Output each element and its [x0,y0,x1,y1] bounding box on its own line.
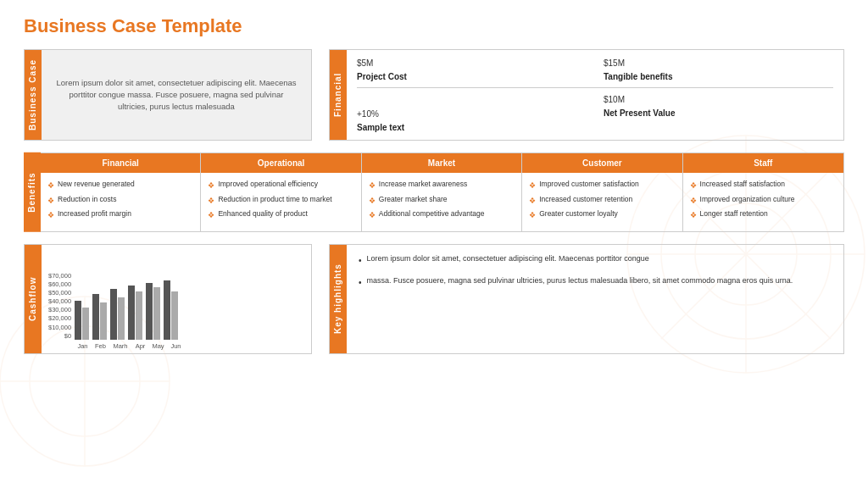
benefit-header-staff: Staff [683,153,843,173]
cashflow-box: Cashflow $70,000 $60,000 $50,000 $40,000… [24,244,312,354]
diamond-icon: ❖ [208,210,214,221]
x-label-mar: Marh [111,342,130,350]
benefit-body-staff: ❖ Increased staff satisfaction ❖ Improve… [683,173,843,231]
benefit-item: ❖ Increased profit margin [47,209,193,221]
benefit-item: ❖ Additional competitive advantage [369,209,515,221]
fin-val-10pct: +10% [357,108,587,120]
diamond-icon: ❖ [529,210,536,221]
business-case-label: Business Case [25,50,42,140]
benefit-header-financial: Financial [41,153,200,173]
bar-dark [110,289,117,340]
diamond-icon: ❖ [208,196,214,207]
top-section: Business Case Lorem ipsum dolor sit amet… [24,49,844,141]
benefit-item: ❖ Increased customer retention [529,195,675,207]
benefit-item: ❖ Improved organization culture [690,195,837,207]
bar-dark [75,301,81,340]
bar-light [136,291,142,340]
bar-group-jun [164,280,178,340]
benefit-col-customer: Customer ❖ Improved customer satisfactio… [522,153,682,231]
bar-light [171,291,178,340]
x-label-jun: Jun [169,342,183,350]
benefit-item: ❖ Increase market awareness [369,180,515,191]
fin-val-10m: $10M [604,93,833,106]
x-label-jan: Jan [75,342,90,350]
fin-val-5m: $5M [357,57,587,69]
benefit-header-operational: Operational [201,153,360,173]
benefit-item: ❖ Improved operational efficiency [208,180,353,191]
diamond-icon: ❖ [208,180,214,191]
benefits-grid: Financial ❖ New revenue generated ❖ Redu… [41,152,844,232]
diamond-icon: ❖ [47,210,54,221]
bottom-section: Cashflow $70,000 $60,000 $50,000 $40,000… [24,244,844,354]
business-case-text: Lorem ipsum dolor sit amet, consectetuer… [42,50,311,140]
y-axis: $70,000 $60,000 $50,000 $40,000 $30,000 … [48,272,75,340]
diamond-icon: ❖ [529,196,536,207]
benefit-item: ❖ Increased staff satisfaction [690,180,837,191]
bar-group-may [146,283,160,340]
bar-group-jan [75,301,89,340]
benefits-label: Benefits [24,152,41,232]
bar-dark [164,280,170,340]
bar-group-mar [110,289,125,340]
benefit-item: ❖ Reduction in costs [47,195,193,207]
bar-light [118,297,125,340]
benefit-item: ❖ New revenue generated [47,180,193,191]
kh-item-1: • Lorem ipsum dolor sit amet, consectetu… [359,253,832,267]
benefit-col-financial: Financial ❖ New revenue generated ❖ Redu… [41,153,201,231]
diamond-icon: ❖ [690,210,697,221]
benefit-col-operational: Operational ❖ Improved operational effic… [201,153,361,231]
benefit-header-market: Market [362,153,521,173]
diamond-icon: ❖ [369,210,376,221]
fin-divider [357,87,833,88]
key-highlights-box: Key highlights • Lorem ipsum dolor sit a… [329,244,844,354]
diamond-icon: ❖ [369,196,376,207]
benefits-section: Benefits Financial ❖ New revenue generat… [24,152,844,232]
key-highlights-content: • Lorem ipsum dolor sit amet, consectetu… [347,245,843,353]
chart-area: $70,000 $60,000 $50,000 $40,000 $30,000 … [42,245,311,353]
benefit-item: ❖ Enhanced quality of product [208,209,353,221]
bar-light [153,287,160,340]
chart-wrapper: $70,000 $60,000 $50,000 $40,000 $30,000 … [48,252,304,340]
benefit-body-market: ❖ Increase market awareness ❖ Greater ma… [362,173,521,231]
fin-val-15m: $15M [604,57,833,69]
diamond-icon: ❖ [369,180,376,191]
benefit-body-customer: ❖ Improved customer satisfaction ❖ Incre… [522,173,682,231]
fin-label-project-cost: Project Cost [357,71,587,82]
benefit-item: ❖ Improved customer satisfaction [529,180,675,191]
benefit-header-customer: Customer [522,153,682,173]
fin-label-sample: Sample text [357,122,587,133]
benefit-item: ❖ Greater market share [369,195,515,207]
bar-dark [92,294,99,340]
benefit-col-market: Market ❖ Increase market awareness ❖ Gre… [362,153,522,231]
benefit-body-financial: ❖ New revenue generated ❖ Reduction in c… [41,173,200,231]
bar-group-feb [92,294,107,340]
x-label-feb: Feb [93,342,108,350]
financial-label: Financial [330,50,347,140]
page-title: Business Case Template [24,15,844,37]
diamond-icon: ❖ [529,180,536,191]
diamond-icon: ❖ [690,196,697,207]
bars-container [75,272,304,340]
bar-light [82,308,89,340]
business-case-box: Business Case Lorem ipsum dolor sit amet… [24,49,312,141]
diamond-icon: ❖ [690,180,697,191]
financial-box: Financial $5M $15M Project Cost Tangible… [329,49,844,141]
benefit-item: ❖ Longer staff retention [690,209,837,221]
benefit-item: ❖ Greater customer loyalty [529,209,675,221]
x-labels: Jan Feb Marh Apr May Jun [48,342,304,350]
benefit-col-staff: Staff ❖ Increased staff satisfaction ❖ I… [683,153,843,231]
diamond-icon: ❖ [47,180,54,191]
key-highlights-label: Key highlights [330,245,347,353]
x-label-apr: Apr [133,342,147,350]
x-label-may: May [151,342,165,350]
bullet-icon: • [359,276,362,289]
kh-item-2: • massa. Fusce posuere, magna sed pulvin… [359,275,832,289]
bullet-icon: • [359,254,362,267]
bar-dark [146,283,153,340]
fin-label-npv: Net Present Value [604,108,833,120]
fin-label-tangible: Tangible benefits [604,71,833,82]
diamond-icon: ❖ [47,196,54,207]
benefit-body-operational: ❖ Improved operational efficiency ❖ Redu… [201,173,360,231]
cashflow-label: Cashflow [25,245,42,353]
financial-table: $5M $15M Project Cost Tangible benefits … [347,50,843,140]
